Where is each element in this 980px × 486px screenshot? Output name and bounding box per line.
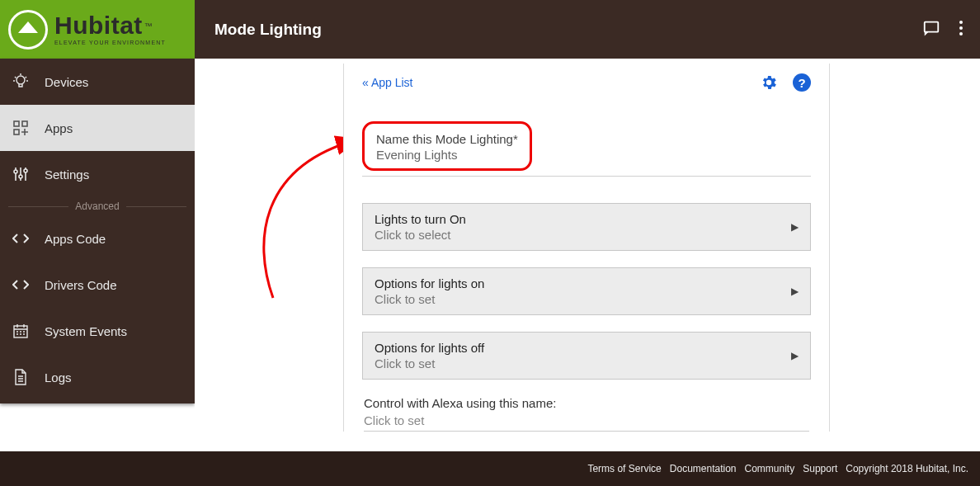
svg-point-2: [959, 26, 963, 30]
chevron-right-icon: ▶: [791, 221, 799, 233]
brand-tagline: ELEVATE YOUR ENVIRONMENT: [54, 40, 166, 45]
sidebar-advanced-divider: Advanced: [0, 197, 195, 215]
sidebar-item-apps-code[interactable]: Apps Code: [0, 215, 195, 262]
brand-logo[interactable]: Hubitat™ ELEVATE YOUR ENVIRONMENT: [0, 0, 195, 59]
sidebar-item-label: Apps Code: [45, 232, 106, 246]
brand-name: Hubitat: [54, 12, 143, 39]
option-title: Options for lights on: [375, 276, 484, 290]
app-header: Hubitat™ ELEVATE YOUR ENVIRONMENT Mode L…: [0, 0, 980, 59]
sidebar-item-label: Devices: [45, 75, 88, 89]
alexa-field-value: Click to set: [364, 413, 809, 432]
page-title: Mode Lighting: [214, 21, 322, 39]
house-icon: [18, 21, 38, 33]
svg-rect-0: [925, 21, 939, 31]
svg-rect-5: [14, 121, 19, 126]
code-icon: [12, 233, 30, 244]
calendar-icon: [12, 323, 30, 339]
sidebar-item-label: Drivers Code: [45, 278, 117, 292]
chevron-right-icon: ▶: [791, 350, 799, 361]
sidebar-item-logs[interactable]: Logs: [0, 354, 195, 400]
name-field-value[interactable]: Evening Lights: [376, 148, 518, 162]
svg-point-8: [14, 170, 17, 173]
code-icon: [12, 279, 30, 290]
sidebar-item-system-events[interactable]: System Events: [0, 308, 195, 354]
option-lights-to-turn-on[interactable]: Lights to turn On Click to select ▶: [362, 203, 811, 251]
gear-icon[interactable]: [760, 73, 778, 92]
footer-copyright: Copyright 2018 Hubitat, Inc.: [846, 463, 968, 474]
option-title: Lights to turn On: [375, 212, 466, 226]
option-lights-off-options[interactable]: Options for lights off Click to set ▶: [362, 332, 811, 380]
sidebar-item-apps[interactable]: Apps: [0, 105, 195, 151]
svg-rect-6: [22, 121, 27, 126]
footer: Terms of Service Documentation Community…: [0, 451, 980, 486]
option-subtitle: Click to set: [375, 356, 484, 370]
content-area: « App List ? Name this Mode Lighting* Ev…: [195, 59, 980, 451]
svg-point-10: [24, 169, 27, 172]
help-icon[interactable]: ?: [793, 73, 811, 92]
footer-link-docs[interactable]: Documentation: [670, 463, 737, 474]
sidebar-item-label: Logs: [45, 370, 72, 385]
divider: [362, 176, 811, 177]
option-subtitle: Click to select: [375, 228, 466, 242]
sidebar-item-drivers-code[interactable]: Drivers Code: [0, 262, 195, 308]
name-field-label: Name this Mode Lighting*: [376, 132, 518, 146]
chevron-right-icon: ▶: [791, 285, 799, 297]
sidebar-item-devices[interactable]: Devices: [0, 59, 195, 105]
svg-rect-7: [14, 130, 19, 134]
sidebar-nav: Devices Apps Settings Advanced Apps Code…: [0, 59, 195, 403]
config-panel: « App List ? Name this Mode Lighting* Ev…: [343, 64, 830, 432]
option-title: Options for lights off: [375, 341, 484, 355]
sidebar-item-label: Settings: [45, 168, 89, 182]
chat-icon[interactable]: [922, 19, 940, 40]
svg-point-9: [19, 175, 22, 178]
sidebar-item-settings[interactable]: Settings: [0, 151, 195, 197]
sidebar-item-label: Apps: [45, 121, 73, 135]
sidebar-item-label: System Events: [45, 324, 127, 338]
trademark-symbol: ™: [144, 21, 153, 31]
footer-link-support[interactable]: Support: [803, 463, 837, 474]
alexa-name-field[interactable]: Control with Alexa using this name: Clic…: [362, 396, 811, 432]
document-icon: [12, 369, 30, 385]
brand-logo-mark: [8, 10, 48, 50]
svg-point-4: [16, 76, 25, 84]
footer-link-community[interactable]: Community: [745, 463, 795, 474]
svg-point-1: [959, 21, 963, 24]
svg-point-3: [959, 32, 963, 35]
back-to-app-list-link[interactable]: « App List: [362, 76, 413, 89]
brand-logo-text: Hubitat™ ELEVATE YOUR ENVIRONMENT: [54, 13, 166, 45]
sliders-icon: [12, 166, 30, 182]
footer-link-tos[interactable]: Terms of Service: [587, 463, 661, 474]
apps-grid-icon: [12, 120, 30, 136]
lightbulb-icon: [12, 73, 30, 91]
name-field-highlight: Name this Mode Lighting* Evening Lights: [362, 121, 532, 171]
option-subtitle: Click to set: [375, 292, 484, 306]
alexa-field-label: Control with Alexa using this name:: [364, 396, 809, 410]
option-lights-on-options[interactable]: Options for lights on Click to set ▶: [362, 267, 811, 315]
kebab-menu-icon[interactable]: [959, 20, 964, 40]
